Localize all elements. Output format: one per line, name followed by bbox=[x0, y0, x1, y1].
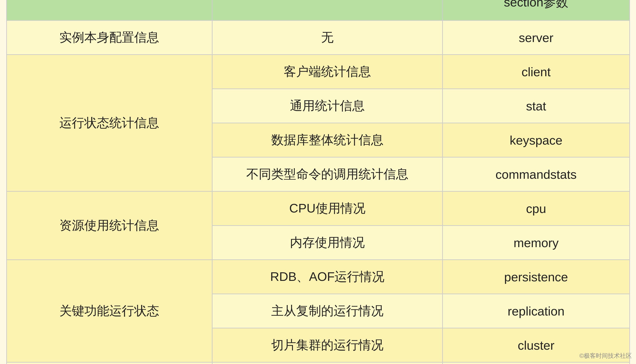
section-cell: modules bbox=[443, 362, 630, 364]
section-cell: keyspace bbox=[443, 123, 630, 157]
table-row: 关键功能运行状态RDB、AOF运行情况persistence bbox=[6, 260, 630, 294]
category-cell: 实例本身配置信息 bbox=[6, 20, 212, 55]
category-cell: 运行状态统计信息 bbox=[6, 55, 212, 192]
header-category: 类别 bbox=[6, 0, 212, 20]
subcategory-cell: 内存使用情况 bbox=[212, 226, 443, 260]
section-cell: memory bbox=[443, 226, 630, 260]
category-cell: 关键功能运行状态 bbox=[6, 260, 212, 362]
section-cell: stat bbox=[443, 89, 630, 123]
section-cell: replication bbox=[443, 294, 630, 328]
subcategory-cell: 切片集群的运行情况 bbox=[212, 328, 443, 362]
table-row: 资源使用统计信息CPU使用情况cpu bbox=[6, 192, 630, 226]
table-row: 运行状态统计信息客户端统计信息client bbox=[6, 55, 630, 89]
subcategory-cell: 数据库整体统计信息 bbox=[212, 123, 443, 157]
subcategory-cell: RDB、AOF运行情况 bbox=[212, 260, 443, 294]
section-cell: client bbox=[443, 55, 630, 89]
subcategory-cell: 不同类型命令的调用统计信息 bbox=[212, 157, 443, 192]
header-section: 对应INFO命令的section参数 bbox=[443, 0, 630, 20]
table-row: 实例本身配置信息无server bbox=[6, 20, 630, 55]
info-table: 类别 子类别 对应INFO命令的section参数 实例本身配置信息无serve… bbox=[6, 0, 630, 364]
table-row: 扩展模块信息无modules bbox=[6, 362, 630, 364]
category-cell: 扩展模块信息 bbox=[6, 362, 212, 364]
subcategory-cell: 通用统计信息 bbox=[212, 89, 443, 123]
header-row: 类别 子类别 对应INFO命令的section参数 bbox=[6, 0, 630, 20]
section-cell: persistence bbox=[443, 260, 630, 294]
section-cell: server bbox=[443, 20, 630, 55]
subcategory-cell: 无 bbox=[212, 362, 443, 364]
subcategory-cell: 主从复制的运行情况 bbox=[212, 294, 443, 328]
section-cell: cpu bbox=[443, 192, 630, 226]
subcategory-cell: 客户端统计信息 bbox=[212, 55, 443, 89]
subcategory-cell: CPU使用情况 bbox=[212, 192, 443, 226]
watermark: ©极客时间技术社区 bbox=[580, 352, 632, 360]
category-cell: 资源使用统计信息 bbox=[6, 192, 212, 260]
header-subcategory: 子类别 bbox=[212, 0, 443, 20]
subcategory-cell: 无 bbox=[212, 20, 443, 55]
section-cell: commandstats bbox=[443, 157, 630, 192]
